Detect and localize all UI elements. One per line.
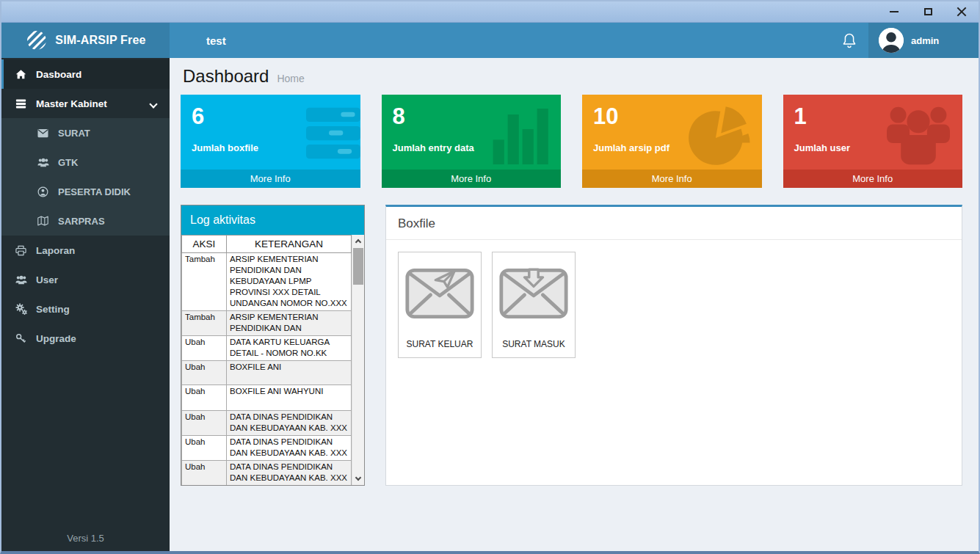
surat-keluar-card[interactable]: SURAT KELUAR [398, 252, 482, 358]
cell-aksi: Ubah [182, 411, 227, 436]
table-row[interactable]: Ubah BOXFILE ANI WAHYUNI [182, 385, 352, 411]
pie-chart-icon [686, 104, 752, 175]
cell-aksi: Tambah [182, 311, 227, 336]
more-info-link[interactable]: More Info [181, 170, 360, 188]
close-icon [957, 7, 967, 17]
home-icon [15, 69, 27, 80]
sidebar-item-label: SURAT [58, 128, 90, 139]
sidebar-item-setting[interactable]: Setting [1, 294, 170, 324]
scroll-up-button[interactable] [352, 235, 364, 247]
notifications-button[interactable] [830, 23, 868, 58]
scroll-down-button[interactable] [352, 473, 364, 485]
infobox-jumlah-arsip-pdf: 10 Jumlah arsip pdf More Info [582, 95, 762, 188]
cell-keterangan: DATA DINAS PENDIDIKAN DAN KEBUDAYAAN KAB… [227, 436, 352, 461]
cell-aksi: Ubah [182, 336, 227, 361]
infobox-jumlah-entry-data: 8 Jumlah entry data M [382, 95, 562, 188]
sidebar-item-surat[interactable]: SURAT [1, 118, 170, 147]
users-icon [15, 274, 27, 285]
infobox-jumlah-boxfile: 6 Jumlah boxfile [181, 95, 360, 188]
chevron-down-icon [149, 100, 157, 108]
stack-icon [15, 98, 27, 109]
cell-aksi: Tambah [182, 253, 227, 311]
cell-keterangan: BOXFILE ANI [227, 361, 352, 385]
key-icon [15, 333, 27, 344]
sidebar-submenu: SURAT GTK [1, 118, 170, 236]
active-page-tab[interactable]: test [206, 34, 226, 47]
cell-aksi: Ubah [182, 385, 227, 411]
app-version: Versi 1.5 [1, 533, 170, 544]
more-info-link[interactable]: More Info [582, 170, 762, 188]
cell-keterangan: DATA DINAS PENDIDIKAN DAN KEBUDAYAAN KAB… [227, 461, 352, 486]
column-header-keterangan: KETERANGAN [227, 236, 352, 253]
surat-masuk-card[interactable]: SURAT MASUK [492, 252, 576, 358]
page-title: Dashboard [183, 66, 269, 87]
table-row[interactable]: Ubah DATA DINAS PENDIDIKAN DAN KEBUDAYAA… [182, 411, 352, 436]
minimize-button[interactable] [877, 1, 911, 22]
avatar [879, 28, 904, 53]
user-menu[interactable]: admin [868, 23, 979, 58]
envelope-send-icon [404, 264, 475, 321]
sidebar-item-sarpras[interactable]: SARPRAS [1, 206, 170, 236]
sidebar-item-upgrade[interactable]: Upgrade [1, 324, 170, 353]
infobox-jumlah-user: 1 Jumlah user More Info [783, 95, 963, 188]
log-aktivitas-panel: Log aktivitas AKSI KETERANGAN [181, 205, 365, 486]
bar-chart-icon [492, 104, 551, 169]
log-scrollbar[interactable] [352, 235, 364, 485]
sidebar-item-label: Setting [36, 304, 70, 315]
app-window: SIM-ARSIP Free test [0, 0, 980, 554]
sidebar-item-laporan[interactable]: Laporan [1, 236, 170, 265]
table-row[interactable]: Ubah DATA DINAS PENDIDIKAN DAN KEBUDAYAA… [182, 461, 352, 486]
table-row[interactable]: Ubah DATA DINAS PENDIDIKAN DAN KEBUDAYAA… [182, 436, 352, 461]
window-titlebar[interactable] [1, 1, 979, 23]
window-controls [877, 1, 979, 22]
sidebar-item-label: User [36, 274, 58, 285]
cell-keterangan: ARSIP KEMENTERIAN PENDIDIKAN DAN [227, 311, 352, 336]
cell-keterangan: ARSIP KEMENTERIAN PENDIDIKAN DAN KEBUDAY… [227, 253, 352, 311]
table-row[interactable]: Tambah ARSIP KEMENTERIAN PENDIDIKAN DAN … [182, 253, 352, 311]
minimize-icon [890, 11, 899, 12]
cell-keterangan: DATA KARTU KELUARGA DETAIL - NOMOR NO.KK [227, 336, 352, 361]
cell-keterangan: DATA DINAS PENDIDIKAN DAN KEBUDAYAAN KAB… [227, 411, 352, 436]
sidebar-item-user[interactable]: User [1, 265, 170, 294]
sidebar-item-label: Upgrade [36, 333, 76, 344]
content-area: Dashboard Home 6 Jumlah boxfile [170, 58, 979, 551]
users-icon [37, 157, 49, 167]
more-info-link[interactable]: More Info [382, 170, 562, 188]
brand[interactable]: SIM-ARSIP Free [1, 23, 170, 58]
table-row[interactable]: Ubah DATA KARTU KELUARGA DETAIL - NOMOR … [182, 336, 352, 361]
printer-icon [15, 245, 27, 256]
table-row[interactable]: Ubah BOXFILE ANI [182, 361, 352, 385]
info-box-row: 6 Jumlah boxfile [181, 95, 962, 188]
sidebar-item-master-kabinet[interactable]: Master Kabinet [1, 89, 170, 118]
scrollbar-thumb[interactable] [353, 248, 363, 285]
sidebar-item-gtk[interactable]: GTK [1, 147, 170, 177]
close-button[interactable] [945, 1, 979, 22]
envelope-receive-icon [498, 264, 569, 321]
column-header-aksi: AKSI [182, 236, 227, 253]
cell-aksi: Ubah [182, 361, 227, 385]
sidebar-item-label: GTK [58, 157, 78, 168]
app-header: SIM-ARSIP Free test [1, 23, 979, 58]
chevron-up-icon [355, 239, 361, 245]
more-info-link[interactable]: More Info [783, 170, 963, 188]
sidebar-item-label: PESERTA DIDIK [58, 186, 131, 197]
table-row[interactable]: Tambah ARSIP KEMENTERIAN PENDIDIKAN DAN [182, 311, 352, 336]
sidebar-item-label: Dasboard [36, 69, 81, 80]
cell-aksi: Ubah [182, 436, 227, 461]
server-stack-icon [306, 104, 360, 167]
log-table: AKSI KETERANGAN Tambah ARSIP KEMENTERIAN… [181, 235, 352, 485]
file-card-label: SURAT KELUAR [407, 339, 473, 349]
chevron-down-icon [355, 475, 361, 481]
sidebar-item-label: Master Kabinet [36, 98, 107, 109]
navbar: test [170, 23, 979, 58]
maximize-button[interactable] [911, 1, 945, 22]
brand-title: SIM-ARSIP Free [55, 34, 145, 47]
bell-icon [842, 32, 857, 48]
boxfile-panel: Boxfile [385, 205, 962, 486]
sidebar-item-peserta-didik[interactable]: PESERTA DIDIK [1, 177, 170, 206]
user-name: admin [911, 35, 939, 46]
users-group-icon [885, 104, 952, 170]
sidebar: Dasboard Master Kabinet [1, 58, 170, 551]
gears-icon [15, 303, 27, 315]
sidebar-item-dasboard[interactable]: Dasboard [1, 59, 170, 89]
